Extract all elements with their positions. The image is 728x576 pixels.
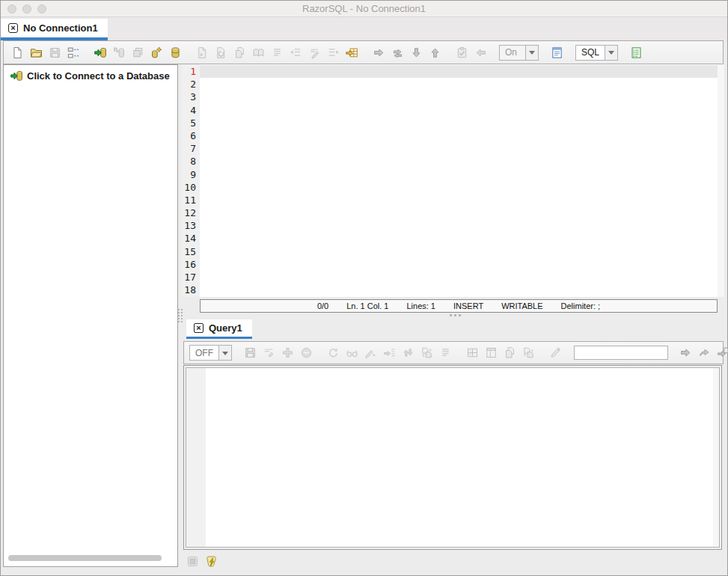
note-toolbar-group [548, 44, 566, 61]
marker-icon[interactable] [547, 344, 564, 361]
connection-tree-icon[interactable] [65, 44, 82, 61]
format-right-icon[interactable] [325, 44, 342, 61]
insert-row-icon[interactable] [381, 344, 398, 361]
titlebar: RazorSQL - No Connection1 [1, 1, 727, 17]
new-database-icon[interactable] [148, 44, 165, 61]
close-tab-icon[interactable] [8, 23, 18, 33]
refresh-results-icon[interactable] [418, 344, 435, 361]
pen-arrow-icon[interactable] [362, 344, 379, 361]
plus-icon[interactable] [279, 344, 296, 361]
sql-editor[interactable] [200, 64, 718, 297]
copy-connection-icon[interactable] [129, 44, 147, 61]
line-number: 17 [182, 271, 196, 284]
file-toolbar-group [9, 44, 82, 61]
horizontal-splitter-handle[interactable] [450, 314, 461, 316]
disconnect-database-icon[interactable] [111, 44, 128, 61]
save-icon[interactable] [46, 44, 64, 61]
arrows-swap-icon[interactable] [389, 44, 406, 61]
auto-commit-dropdown[interactable]: On [499, 45, 539, 61]
line-number: 8 [182, 155, 196, 168]
format-bars-icon[interactable] [269, 44, 286, 61]
connect-database-icon[interactable] [10, 69, 24, 83]
line-number: 1 [182, 65, 196, 78]
connect-icon-wrap [10, 69, 24, 83]
window-title: RazorSQL - No Connection1 [1, 1, 727, 17]
editor-line-gutter: 123456789101112131415161718 [182, 64, 200, 297]
line-number: 4 [182, 104, 196, 117]
query-results-inner [186, 367, 720, 548]
arrow-right-icon[interactable] [370, 44, 388, 61]
book-icon[interactable] [250, 44, 267, 61]
database-icon[interactable] [167, 44, 184, 61]
result-layout-group [464, 344, 537, 361]
line-number: 15 [182, 245, 196, 258]
chevron-down-icon [218, 346, 231, 360]
query-toolbar: OFF [183, 341, 724, 364]
copy-document-icon[interactable] [501, 344, 519, 361]
refresh-icon[interactable] [325, 344, 342, 361]
tab-no-connection1[interactable]: No Connection1 [1, 19, 108, 40]
copy-document-icon[interactable] [231, 44, 248, 61]
editor-vertical-scrollbar[interactable] [718, 64, 724, 297]
table-import-icon[interactable] [343, 44, 361, 61]
status-selection: 0/0 [317, 301, 328, 310]
edit-toolbar-group [453, 44, 489, 61]
arrow-back-icon[interactable] [472, 44, 489, 61]
execute-document-icon[interactable] [194, 44, 211, 61]
new-file-icon[interactable] [9, 44, 26, 61]
results-vertical-scrollbar[interactable] [713, 368, 719, 547]
format-pen-icon[interactable] [306, 44, 323, 61]
green-list-icon[interactable] [628, 44, 645, 61]
glasses-icon[interactable] [343, 344, 361, 361]
arrow-up-icon[interactable] [426, 44, 444, 61]
limit-dropdown[interactable]: OFF [189, 345, 232, 361]
line-number: 11 [182, 194, 196, 206]
format-left-icon[interactable] [287, 44, 305, 61]
razorsql-window: RazorSQL - No Connection1 No Connection1… [0, 0, 728, 576]
sql-language-dropdown[interactable]: SQL [575, 45, 618, 61]
tab-query1[interactable]: Query1 [186, 319, 252, 339]
connect-database-icon[interactable] [92, 44, 109, 61]
line-number: 6 [182, 129, 196, 142]
result-edit-group [242, 344, 315, 361]
arrow-down-icon[interactable] [408, 44, 425, 61]
search-input[interactable] [574, 346, 668, 360]
script-run-icon[interactable] [204, 554, 218, 568]
line-number: 2 [182, 78, 196, 91]
status-cursor-position: Ln. 1 Col. 1 [346, 301, 388, 310]
arrow-right-icon[interactable] [677, 344, 694, 361]
query-results-panel [183, 365, 722, 550]
format-bars-icon[interactable] [437, 344, 454, 361]
close-query-tab-icon[interactable] [194, 323, 204, 333]
result-nav-group [677, 344, 728, 361]
open-folder-icon[interactable] [28, 44, 45, 61]
main-toolbar: On SQL [3, 40, 724, 64]
note-document-icon[interactable] [548, 44, 566, 61]
move-rows-icon[interactable] [400, 344, 417, 361]
transfer-pages-icon[interactable] [520, 344, 537, 361]
result-view-group [325, 344, 454, 361]
connection-toolbar-group [92, 44, 184, 61]
results-body[interactable] [206, 368, 713, 547]
sidebar-item-connect-database[interactable]: Click to Connect to a Database [4, 65, 177, 83]
form-grid-icon[interactable] [464, 344, 481, 361]
line-number: 9 [182, 168, 196, 181]
arrow-export-icon[interactable] [715, 344, 728, 361]
form-page-icon[interactable] [483, 344, 500, 361]
arrow-redo-icon[interactable] [696, 344, 713, 361]
status-insert-mode: INSERT [453, 301, 483, 310]
clipboard-check-icon[interactable] [453, 44, 471, 61]
sidebar-horizontal-scrollbar[interactable] [8, 555, 162, 561]
stop-square-icon[interactable] [186, 554, 199, 568]
line-number: 3 [182, 91, 196, 103]
line-number: 7 [182, 142, 196, 155]
connection-tabbar: No Connection1 [1, 17, 727, 40]
minus-circle-icon[interactable] [298, 344, 315, 361]
current-line-highlight [200, 65, 718, 78]
query-splitter-handle[interactable] [178, 309, 183, 322]
line-number: 18 [182, 284, 196, 296]
edit-bars-icon[interactable] [260, 344, 278, 361]
save-icon[interactable] [242, 344, 259, 361]
refresh-document-icon[interactable] [212, 44, 230, 61]
line-number: 10 [182, 181, 196, 194]
